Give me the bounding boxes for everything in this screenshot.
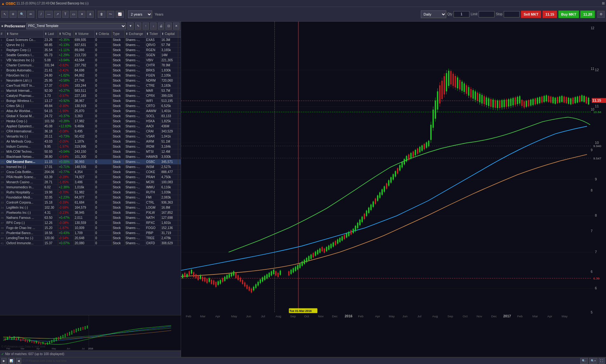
cross-tool[interactable]: ✕ (78, 11, 85, 18)
table-row[interactable]: 19 CRA International... 36.18 -0.08% 9,4… (0, 129, 181, 134)
table-row[interactable]: 17 Heska Corp (-) 101.50 +0.28% 17,982 0… (0, 119, 181, 124)
settings-btn[interactable]: ⚙ (597, 11, 605, 18)
stop-input[interactable] (504, 11, 520, 17)
col-header-crit[interactable]: ⬆ Criteria (95, 30, 112, 37)
col-header-tick[interactable]: ⬆ Ticker (145, 30, 161, 37)
indicator-tool[interactable]: 📈 (116, 11, 124, 18)
table-row[interactable]: 37 RPX Corp (-) 12.26 -0.08% 130,559 0 S… (0, 220, 181, 226)
table-row[interactable]: 30 Immunomedics In... 6.02 +2.38% 1,016k… (0, 185, 181, 190)
col-header-exch[interactable]: ⬆ Exchange (125, 30, 145, 37)
table-row[interactable]: 38 Fogo de Chao Inc ... 15.20 -1.87% 10,… (0, 226, 181, 231)
screener-settings-btn[interactable]: ▼ (127, 23, 134, 30)
play-btn[interactable]: ▶ (1, 358, 7, 364)
table-row[interactable]: 15 Atlas Air Worldwi... 54.15 -1.90% 25,… (0, 109, 181, 114)
magnify-tool[interactable]: 🔍 (18, 11, 26, 18)
svg-rect-151 (262, 277, 263, 281)
table-row[interactable]: 28 PRA Health Scienc... 63.39 -0.28% 74,… (0, 175, 181, 180)
buy-button[interactable]: Buy MKT (558, 10, 579, 18)
table-row[interactable]: 7 Brooks Automatio... 21.61 -0.41% 84,69… (0, 68, 181, 73)
table-row[interactable]: 3 Repligen Corp (-) 35.54 +1.11% 89,066 … (0, 48, 181, 53)
svg-rect-107 (213, 280, 214, 285)
svg-rect-121 (229, 274, 230, 278)
crosshair-tool[interactable]: ✛ (10, 11, 17, 18)
timeframe-dropdown[interactable]: 2 years 1 year 6 months 3 months 1 month… (128, 10, 152, 18)
table-row[interactable]: 12 Catalyst Pharmac... 1.73 -0.57% 227,1… (0, 93, 181, 98)
col-header-type[interactable]: Type (112, 30, 125, 37)
pointer-tool[interactable]: ↖ (1, 11, 8, 18)
table-row[interactable]: 24 Blackhawk Netwo... 38.80 -0.64% 101,3… (0, 154, 181, 159)
fullscreen-btn[interactable]: ⛶ (599, 358, 605, 364)
sell-button[interactable]: Sell MKT (521, 10, 541, 18)
table-row[interactable]: 31 Ruths Hospitality ... 19.98 -0.70% 51… (0, 190, 181, 195)
row-exch: Shares -... (125, 180, 145, 185)
table-row[interactable]: 20 Versartis Inc (-) 20.11 +0.73% 50,432… (0, 134, 181, 139)
template-select[interactable]: PRC_Trend Template (26, 23, 126, 29)
table-row[interactable]: 5 VBI Vaccines Inc (-) 5.08 +3.04% 43,56… (0, 58, 181, 63)
chart-area[interactable]: 12 11 10 9 8 7 6 11.15 10.84 9.940 9.547… (181, 22, 606, 357)
pen-tool[interactable]: ✏ (27, 11, 34, 18)
row-last: 204.06 (44, 170, 58, 174)
screener-down-btn[interactable]: ↓ (150, 23, 157, 30)
table-row[interactable]: 35 Pixelworks Inc (-) 4.31 -0.23% 38,945… (0, 210, 181, 215)
table-body[interactable]: 1 Exact Sciences Co... 23.26 +0.35% 699,… (0, 37, 181, 351)
table-row[interactable]: 8 FibroGen Inc (-) 24.80 +1.02% 84,862 0… (0, 73, 181, 78)
table-row[interactable]: 6 Charter Communi... 331.94 -0.82% 237,7… (0, 63, 181, 68)
screener-close-btn[interactable]: ✕ (173, 23, 179, 30)
table-row[interactable]: 13 Boingo Wireless I... 13.17 +0.92% 38,… (0, 98, 181, 104)
table-row[interactable]: 14 Criteo SA (-) 49.84 -0.30% 130,919 0 … (0, 104, 181, 109)
svg-text:Mar: Mar (200, 314, 206, 318)
table-row[interactable]: 11 Marriott Internati... 92.00 +0.27% 58… (0, 88, 181, 93)
screener-print-btn[interactable]: ⊡ (165, 23, 172, 30)
row-type: Stock (112, 98, 125, 103)
table-row[interactable]: 16 Global X Social M... 24.72 +0.37% 3,3… (0, 114, 181, 119)
table-row[interactable]: 21 Air Methods Corp... 43.03 -0.05% 1,18… (0, 139, 181, 144)
screener-up-btn[interactable]: ↑ (143, 23, 149, 30)
interval-dropdown[interactable]: Daily Weekly Monthly 1 hour 30 min (421, 10, 446, 18)
row-pchg: +0.07% (58, 241, 74, 246)
nav-left-btn[interactable]: ◀ (16, 358, 21, 364)
table-row[interactable]: 34 LogMeIn Inc (-) 102.30 -0.68% 164,579… (0, 205, 181, 210)
rect-tool[interactable]: ▭ (70, 11, 77, 18)
qty-input[interactable] (454, 11, 469, 17)
pitchfork-tool[interactable]: ⋔ (87, 11, 94, 18)
table-row[interactable]: 27 Coca-Cola Bottlin... 204.06 +0.77% 4,… (0, 170, 181, 175)
svg-rect-215 (339, 238, 340, 242)
table-row[interactable]: 29 Monarch Casino ... 28.71 -1.85% 3,486… (0, 180, 181, 185)
col-header-last[interactable]: ⬆ Last (44, 30, 58, 37)
chart-type-btn[interactable]: 📊 (8, 358, 15, 364)
table-row[interactable]: 4 Seattle Genetics I... 65.73 +2.29% 213… (0, 53, 181, 58)
table-row[interactable]: 32 Foundation Medi... 32.05 +2.23% 64,97… (0, 195, 181, 200)
ray-tool[interactable]: ↗ (54, 11, 61, 18)
table-row[interactable]: 2 Qorvo Inc (-) 68.85 +0.13% 837,631 0 S… (0, 43, 181, 48)
screener-edit-btn[interactable]: ✎ (135, 23, 141, 30)
table-row[interactable]: 33 Control4 Corpora... 15.18 -0.39% 61,6… (0, 200, 181, 205)
table-row[interactable]: 36 Nathans Famous ... 63.50 +0.47% 2,011… (0, 215, 181, 220)
table-row[interactable]: 41 Oxford Immunote... 15.37 +0.07% 20,08… (0, 241, 181, 246)
limit-input[interactable] (479, 11, 495, 17)
zoom-in-btn[interactable]: 🔍+ (589, 358, 597, 364)
hline-tool[interactable]: — (45, 11, 53, 18)
svg-rect-435 (583, 96, 585, 102)
table-row[interactable]: 26 Insmed Inc (-) 17.01 +0.71% 148,556 0… (0, 165, 181, 170)
delete-tool[interactable]: 🗑 (98, 11, 105, 18)
table-row[interactable]: 40 LendingTree Inc (-) 120.00 -0.54% 20,… (0, 236, 181, 241)
col-header-vol[interactable]: ⬆ Volume (74, 30, 95, 37)
table-row[interactable]: 22 Iridium Commu... 9.95 -1.97% 319,996 … (0, 144, 181, 149)
zoom-out-btn[interactable]: 🔍- (580, 358, 588, 364)
col-header-num[interactable]: # (0, 30, 6, 37)
col-header-cap[interactable]: ⬆ Capital (161, 30, 178, 37)
table-row[interactable]: 9 Neuroderm Ltd (-) 25.95 +0.58% 27,748 … (0, 78, 181, 83)
svg-rect-18 (43, 342, 44, 344)
col-header-name[interactable]: ⬆ Name (6, 30, 44, 37)
table-row[interactable]: 25 Old Second Banc... 11.15 +0.00% 30,99… (0, 159, 181, 165)
table-row[interactable]: 18 Applied Optoelect... 45.08 +12.83% 9,… (0, 124, 181, 129)
text-tool[interactable]: T (62, 11, 69, 18)
table-row[interactable]: 23 M/A-COM Techno... 50.93 +0.04% 243,15… (0, 149, 181, 154)
col-header-pchg[interactable]: ⬆ %Chg (58, 30, 74, 37)
table-row[interactable]: 39 Prudential Banco... 18.56 +0.43% 1,70… (0, 231, 181, 236)
table-row[interactable]: 1 Exact Sciences Co... 23.26 +0.35% 699,… (0, 37, 181, 43)
table-row[interactable]: 10 CareTrust REIT In... 17.37 -0.63% 183… (0, 83, 181, 88)
wave-tool[interactable]: 〜 (107, 11, 114, 18)
line-tool[interactable]: / (38, 11, 44, 18)
screener-export-btn[interactable]: 🖨 (158, 23, 164, 30)
